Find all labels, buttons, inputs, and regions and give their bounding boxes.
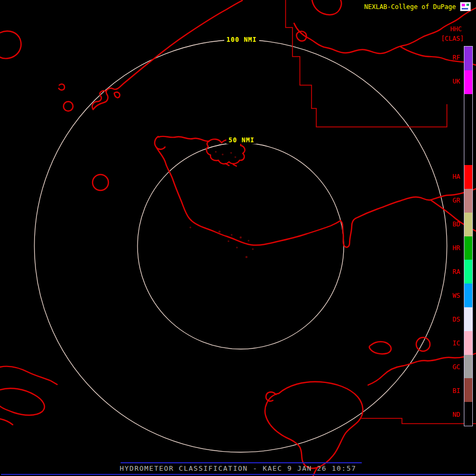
legend-label-gr: GR xyxy=(436,189,460,213)
icon-block-magenta xyxy=(462,4,465,6)
legend-segment-ra xyxy=(464,260,472,283)
coastline xyxy=(312,0,341,15)
legend-segment-ds xyxy=(464,307,472,331)
legend-label-bi: BI xyxy=(436,379,460,402)
legend-segment-hr xyxy=(464,236,472,260)
legend-label-ds: DS xyxy=(436,307,460,331)
range-ring-label-50nmi: 50 NMI xyxy=(226,136,257,144)
legend-labels: RFUKHAGRBDHRRAWSDSICGCBIND xyxy=(436,46,460,426)
legend-segment-nd xyxy=(464,402,472,426)
legend-label-ha: HA xyxy=(436,165,460,189)
islet xyxy=(114,92,120,97)
islet xyxy=(59,84,65,90)
islet xyxy=(63,102,73,111)
islet xyxy=(93,175,108,190)
product-code: HHC xyxy=(450,25,462,33)
range-ring-50nmi xyxy=(138,143,344,349)
legend-segment-bi xyxy=(464,378,472,402)
legend-label-ws: WS xyxy=(436,283,460,307)
legend-label-ic: IC xyxy=(436,331,460,355)
legend-label-uk: UK xyxy=(436,70,460,94)
icon-block-green xyxy=(466,4,469,6)
boundary-line xyxy=(286,0,447,127)
product-mode: [CLAS] xyxy=(441,35,464,42)
coastline xyxy=(341,218,355,247)
legend-segment-ha xyxy=(464,165,472,189)
island xyxy=(265,382,363,469)
legend-label-empty xyxy=(436,117,460,141)
legend-label-empty xyxy=(436,94,460,117)
legend-label-ra: RA xyxy=(436,260,460,283)
legend-label-nd: ND xyxy=(436,402,460,426)
legend-label-rf: RF xyxy=(436,46,460,70)
radar-echo-specks xyxy=(189,151,253,258)
footer-divider-bottom xyxy=(1,474,475,475)
legend-label-bd: BD xyxy=(436,213,460,236)
legend-label-empty xyxy=(436,141,460,165)
legend-segment-empty xyxy=(464,141,472,165)
legend-label-hr: HR xyxy=(436,236,460,260)
legend-label-gc: GC xyxy=(436,355,460,379)
product-caption: HYDROMETEOR CLASSIFICATION - KAEC 9 JAN … xyxy=(0,464,476,473)
legend-segment-gc xyxy=(464,355,472,379)
legend-segment-empty xyxy=(464,94,472,118)
image-icon xyxy=(460,2,471,11)
islet xyxy=(0,31,21,59)
coastline xyxy=(0,367,57,385)
islet xyxy=(369,342,391,354)
legend-segment-gr xyxy=(464,189,472,213)
footer-divider-top xyxy=(121,462,362,463)
icon-block-blue xyxy=(462,8,468,10)
range-ring-label-100nmi: 100 NMI xyxy=(224,36,259,43)
legend-segment-ws xyxy=(464,283,472,307)
coastline xyxy=(159,136,209,141)
coastline xyxy=(157,148,341,245)
coastline xyxy=(93,1,242,109)
coastlines xyxy=(0,0,476,476)
brand-text: NEXLAB-College of DuPage xyxy=(364,3,456,11)
radar-viewer: 100 NMI 50 NMI NEXLAB-College of DuPage … xyxy=(0,0,476,476)
legend-segment-empty xyxy=(464,117,472,141)
legend-segment-ic xyxy=(464,331,472,355)
islet xyxy=(416,337,430,351)
radar-map xyxy=(0,0,476,476)
legend-color-bar xyxy=(464,46,473,426)
legend-segment-bd xyxy=(464,213,472,236)
coastline xyxy=(92,91,105,109)
islet xyxy=(0,388,44,415)
coastline xyxy=(0,419,13,425)
legend-segment-uk xyxy=(464,70,472,94)
legend-segment-rf xyxy=(464,47,472,70)
